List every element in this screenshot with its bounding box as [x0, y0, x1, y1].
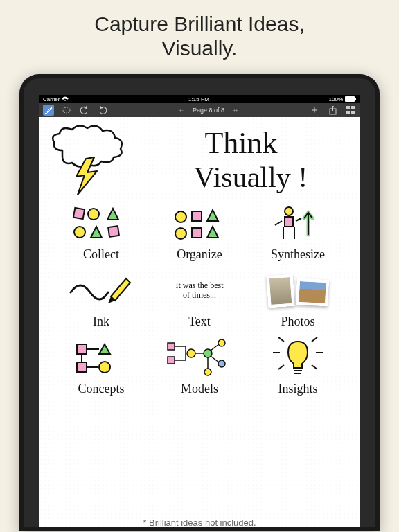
- pen-tool-button[interactable]: [43, 105, 54, 116]
- concepts-label: Concepts: [78, 382, 125, 396]
- redo-button[interactable]: [97, 105, 108, 116]
- title-line1: Think: [132, 125, 351, 161]
- text-cell: It was the best of times... Text: [154, 269, 245, 329]
- canvas-title: Think Visually !: [132, 123, 351, 194]
- marketing-footnote: * Brilliant ideas not included.: [0, 517, 399, 528]
- collect-label: Collect: [83, 247, 119, 262]
- organize-label: Organize: [177, 247, 222, 262]
- synthesize-cell: Synthesize: [252, 202, 344, 262]
- tablet-frame: Carrier 1:15 PM 100%: [19, 74, 380, 531]
- svg-rect-1: [355, 98, 356, 100]
- drawing-canvas[interactable]: Think Visually !: [39, 117, 360, 527]
- status-bar: Carrier 1:15 PM 100%: [39, 95, 360, 103]
- page-indicator: Page 8 of 8: [193, 107, 224, 114]
- svg-rect-14: [192, 211, 202, 221]
- lightbulb-icon: [263, 336, 332, 380]
- text-sample: It was the best of times...: [172, 281, 227, 301]
- next-page-button[interactable]: ↔: [230, 105, 241, 116]
- lasso-tool-button[interactable]: [61, 105, 72, 116]
- svg-point-26: [218, 360, 225, 367]
- svg-rect-0: [345, 96, 355, 102]
- grid-button[interactable]: [345, 105, 356, 116]
- marketing-headline: Capture Brilliant Ideas, Visually.: [94, 12, 305, 60]
- insights-label: Insights: [278, 382, 317, 396]
- svg-rect-15: [192, 228, 202, 238]
- add-button[interactable]: ＋: [309, 105, 320, 116]
- svg-rect-17: [285, 217, 293, 227]
- ink-label: Ink: [93, 314, 109, 329]
- synthesize-icon: [263, 202, 332, 246]
- text-label: Text: [188, 314, 211, 329]
- text-icon: It was the best of times...: [165, 269, 234, 313]
- clock-label: 1:15 PM: [188, 96, 209, 103]
- svg-point-2: [63, 107, 70, 113]
- svg-point-9: [88, 209, 99, 220]
- svg-point-16: [285, 207, 293, 215]
- photo-thumb-1: [266, 274, 294, 308]
- svg-point-20: [99, 362, 110, 373]
- concepts-icon: [66, 336, 136, 380]
- photos-label: Photos: [281, 314, 314, 329]
- undo-button[interactable]: [79, 105, 90, 116]
- svg-point-23: [187, 349, 195, 357]
- organize-icon: [165, 202, 234, 246]
- svg-point-13: [175, 228, 186, 239]
- carrier-label: Carrier: [43, 96, 60, 103]
- battery-label: 100%: [329, 96, 343, 103]
- photos-icon: [263, 269, 332, 313]
- ink-icon: [66, 269, 136, 313]
- svg-rect-5: [351, 106, 355, 109]
- svg-rect-6: [346, 111, 350, 114]
- concepts-cell: Concepts: [55, 336, 147, 396]
- svg-rect-4: [346, 106, 350, 109]
- svg-point-25: [218, 339, 225, 346]
- headline-line1: Capture Brilliant Ideas,: [94, 12, 305, 37]
- svg-point-27: [204, 369, 211, 375]
- prev-page-button[interactable]: ←: [176, 105, 187, 116]
- tablet-screen: Carrier 1:15 PM 100%: [24, 78, 375, 527]
- app-toolbar: ← Page 8 of 8 ↔ ＋: [39, 103, 360, 117]
- svg-rect-22: [168, 357, 175, 364]
- svg-rect-21: [168, 343, 175, 350]
- battery-icon: [345, 96, 356, 102]
- wifi-icon: [62, 96, 69, 102]
- insights-cell: Insights: [252, 336, 344, 396]
- models-label: Models: [181, 382, 218, 396]
- collect-cell: Collect: [55, 202, 147, 262]
- title-line2: Visually !: [151, 161, 351, 194]
- share-button[interactable]: [327, 105, 338, 116]
- svg-rect-11: [108, 226, 119, 237]
- headline-line2: Visually.: [94, 37, 305, 61]
- cloud-lightning-icon: [48, 123, 132, 199]
- models-cell: Models: [154, 336, 245, 396]
- svg-rect-7: [351, 111, 355, 114]
- svg-rect-19: [77, 362, 87, 372]
- photos-cell: Photos: [252, 269, 344, 329]
- models-icon: [165, 336, 234, 380]
- svg-rect-18: [77, 344, 87, 354]
- svg-point-10: [74, 227, 85, 238]
- organize-cell: Organize: [154, 202, 245, 262]
- svg-point-12: [175, 211, 186, 222]
- ink-cell: Ink: [55, 269, 147, 329]
- photo-thumb-2: [296, 278, 329, 306]
- collect-icon: [66, 202, 136, 246]
- svg-rect-8: [73, 208, 85, 219]
- synthesize-label: Synthesize: [271, 247, 325, 262]
